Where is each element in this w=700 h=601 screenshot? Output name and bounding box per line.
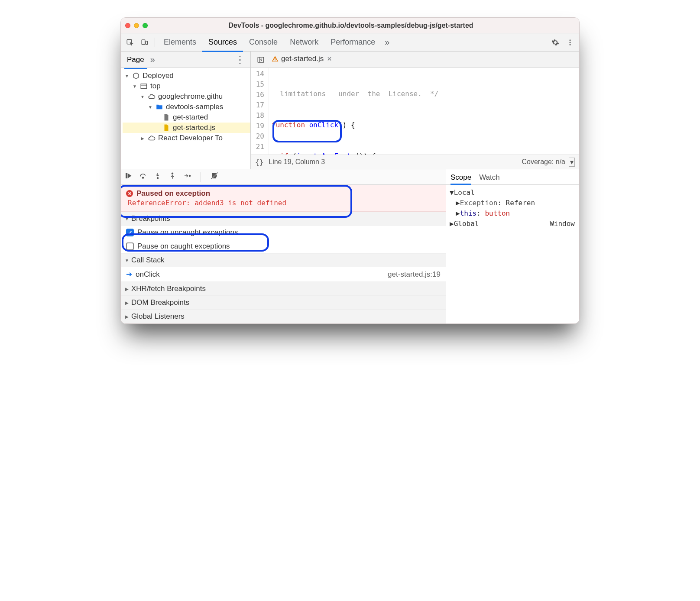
svg-point-5 [570, 44, 571, 45]
navigator-tab-page[interactable]: Page [124, 54, 147, 66]
step-icon[interactable] [183, 172, 191, 182]
tree-label: top [150, 82, 161, 90]
checkbox-checked-icon[interactable] [126, 229, 134, 236]
disclosure-triangle-icon[interactable] [140, 136, 145, 141]
toggle-navigator-icon[interactable] [253, 51, 268, 69]
file-icon [162, 113, 170, 121]
tabs-overflow-button[interactable]: » [381, 37, 393, 47]
close-tab-icon[interactable]: × [327, 55, 332, 64]
tree-deployed[interactable]: Deployed [123, 71, 250, 81]
tree-label: googlechrome.githu [158, 92, 223, 101]
tab-sources[interactable]: Sources [202, 33, 243, 52]
tab-console[interactable]: Console [243, 33, 284, 52]
editor-tab-get-started-js[interactable]: get-started.js × [268, 52, 335, 68]
step-out-icon[interactable] [169, 172, 176, 182]
paused-title: Paused on exception [136, 189, 210, 198]
svg-rect-1 [142, 40, 145, 45]
breakpoints-header[interactable]: Breakpoints [121, 212, 446, 226]
code-editor: 14 15 16 17 18 19 20 21 limitations unde… [251, 68, 579, 169]
tree-origin[interactable]: googlechrome.githu [123, 91, 250, 102]
devtools-window: DevTools - googlechrome.github.io/devtoo… [120, 17, 580, 324]
navigator-overflow[interactable]: » [147, 55, 159, 65]
dom-breakpoints-header[interactable]: DOM Breakpoints [121, 296, 446, 310]
resume-button-icon[interactable] [124, 172, 132, 182]
global-listeners-header[interactable]: Global Listeners [121, 310, 446, 323]
deployed-icon [132, 72, 140, 80]
file-navigator: Deployed top googlechrome.githu [121, 68, 251, 169]
frame-location[interactable]: get-started.js:19 [388, 270, 441, 279]
warning-icon [272, 55, 279, 62]
zoom-window-button[interactable] [143, 23, 148, 28]
error-icon: ✕ [126, 190, 133, 197]
devtools-toolbar: Elements Sources Console Network Perform… [121, 33, 579, 52]
separator [155, 38, 155, 47]
scope-global[interactable]: ▶GlobalWindow [450, 219, 576, 229]
scope-local[interactable]: ▼Local [450, 187, 576, 198]
inspect-element-icon[interactable] [123, 33, 137, 52]
tree-top[interactable]: top [123, 81, 250, 91]
tree-label: Deployed [143, 71, 174, 80]
step-into-icon[interactable] [154, 172, 162, 182]
tab-elements[interactable]: Elements [158, 33, 202, 52]
svg-point-15 [172, 173, 173, 174]
checkbox-unchecked-icon[interactable] [126, 242, 134, 250]
minimize-window-button[interactable] [134, 23, 139, 28]
section-label: Call Stack [131, 256, 165, 265]
cursor-position: Line 19, Column 3 [269, 158, 325, 166]
code-body[interactable]: limitations under the License. */ functi… [269, 68, 579, 155]
code-line: limitations under the License. */ [269, 89, 579, 99]
callstack-header[interactable]: Call Stack [121, 253, 446, 267]
pause-uncaught-row[interactable]: Pause on uncaught exceptions [121, 226, 446, 239]
pause-caught-row[interactable]: Pause on caught exceptions [121, 239, 446, 253]
tab-watch[interactable]: Watch [479, 173, 500, 184]
pretty-print-icon[interactable]: {} [255, 158, 263, 166]
tree-extension[interactable]: React Developer To [123, 133, 250, 143]
svg-rect-2 [146, 41, 148, 45]
kebab-menu-icon[interactable] [563, 33, 577, 52]
tab-scope[interactable]: Scope [450, 173, 471, 184]
coverage-dropdown-icon[interactable]: ▾ [569, 158, 575, 167]
checkbox-label: Pause on uncaught exceptions [137, 228, 238, 237]
navigator-menu-icon[interactable]: ⋮ [233, 54, 247, 66]
tree-file-get-started[interactable]: get-started [123, 112, 250, 123]
xhr-breakpoints-header[interactable]: XHR/fetch Breakpoints [121, 282, 446, 296]
device-toolbar-icon[interactable] [137, 33, 152, 52]
debugger-toolbar [121, 169, 446, 185]
paused-banner: ✕ Paused on exception ReferenceError: ad… [121, 185, 446, 212]
disclosure-triangle-icon[interactable] [124, 287, 130, 291]
coverage-label: Coverage: n/a [522, 158, 565, 166]
tree-label: get-started.js [173, 123, 215, 132]
frame-name: onClick [136, 270, 160, 279]
step-over-icon[interactable] [139, 172, 147, 182]
scope-this[interactable]: ▶this: button [450, 208, 576, 219]
disclosure-triangle-icon[interactable] [124, 216, 130, 221]
tree-file-get-started-js[interactable]: get-started.js [123, 123, 250, 133]
svg-point-3 [570, 39, 571, 41]
tree-label: React Developer To [158, 134, 223, 142]
tab-network[interactable]: Network [284, 33, 324, 52]
scope-panel: Scope Watch ▼Local ▶Exception: Referen ▶… [446, 169, 579, 323]
paused-message: ReferenceError: addend3 is not defined [128, 199, 441, 207]
disclosure-triangle-icon[interactable] [124, 74, 130, 78]
sources-subtoolbar: Page » ⋮ get-started.js × [121, 52, 579, 68]
disclosure-triangle-icon[interactable] [140, 94, 145, 99]
disclosure-triangle-icon[interactable] [132, 84, 137, 89]
disclosure-triangle-icon[interactable] [148, 105, 153, 110]
close-window-button[interactable] [125, 23, 130, 28]
disclosure-triangle-icon[interactable] [124, 314, 130, 319]
settings-gear-icon[interactable] [548, 33, 563, 52]
svg-rect-9 [275, 60, 275, 61]
section-label: XHR/fetch Breakpoints [131, 284, 206, 293]
tree-folder[interactable]: devtools-samples [123, 102, 250, 112]
tab-performance[interactable]: Performance [324, 33, 381, 52]
deactivate-breakpoints-icon[interactable] [211, 172, 218, 182]
svg-point-16 [189, 175, 191, 177]
disclosure-triangle-icon[interactable] [124, 300, 130, 305]
callstack-frame[interactable]: ➔ onClick get-started.js:19 [121, 267, 446, 282]
disclosure-triangle-icon[interactable] [124, 258, 130, 263]
folder-icon [156, 103, 163, 111]
code-line: function onClick() { [269, 120, 579, 130]
section-label: DOM Breakpoints [131, 298, 189, 307]
scope-exception[interactable]: ▶Exception: Referen [450, 198, 576, 208]
separator [201, 172, 201, 182]
